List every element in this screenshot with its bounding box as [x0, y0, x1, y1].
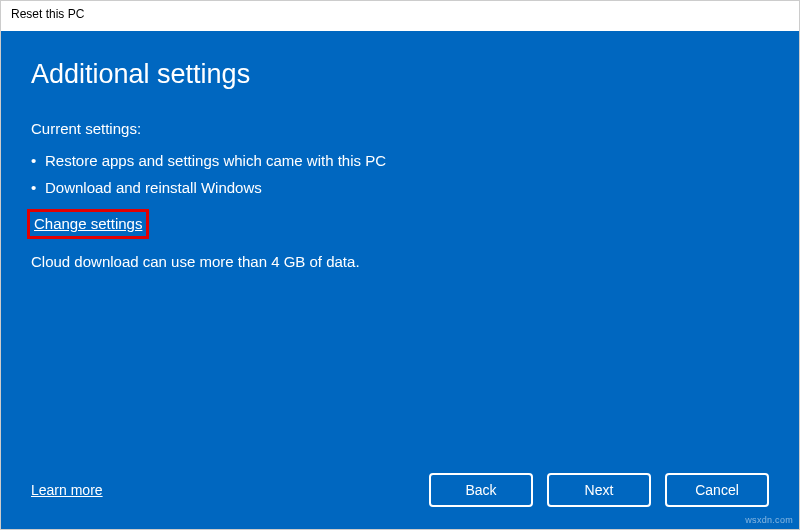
current-settings-label: Current settings:	[31, 120, 769, 137]
cancel-button[interactable]: Cancel	[665, 473, 769, 507]
settings-list: Restore apps and settings which came wit…	[31, 147, 769, 201]
data-usage-note: Cloud download can use more than 4 GB of…	[31, 253, 769, 270]
watermark: wsxdn.com	[745, 515, 793, 525]
footer-bar: Learn more Back Next Cancel	[31, 473, 769, 507]
back-button[interactable]: Back	[429, 473, 533, 507]
page-heading: Additional settings	[31, 59, 769, 90]
list-item: Restore apps and settings which came wit…	[31, 147, 769, 174]
reset-pc-window: Reset this PC Additional settings Curren…	[0, 0, 800, 530]
window-titlebar: Reset this PC	[1, 1, 799, 31]
button-row: Back Next Cancel	[429, 473, 769, 507]
window-title: Reset this PC	[11, 7, 84, 21]
change-settings-highlight: Change settings	[27, 209, 149, 239]
next-button[interactable]: Next	[547, 473, 651, 507]
content-area: Additional settings Current settings: Re…	[1, 31, 799, 529]
learn-more-link[interactable]: Learn more	[31, 482, 103, 498]
list-item: Download and reinstall Windows	[31, 174, 769, 201]
change-settings-link[interactable]: Change settings	[34, 215, 142, 232]
